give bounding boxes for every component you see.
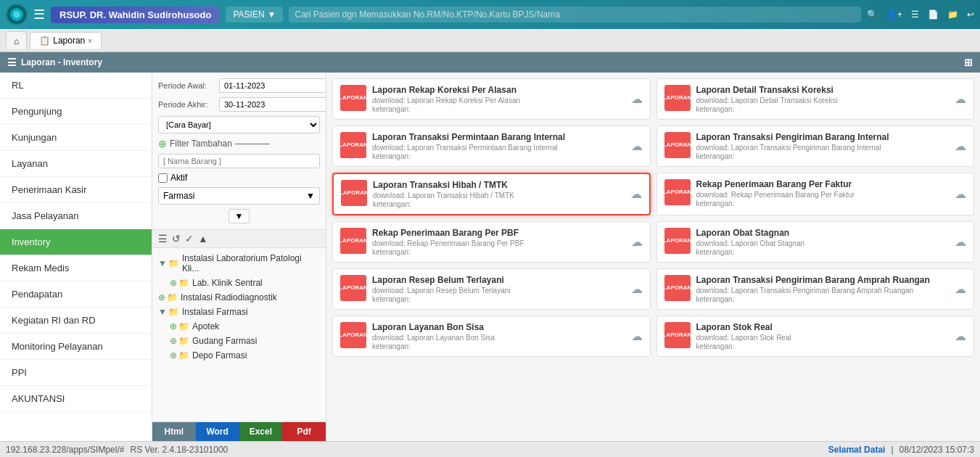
status-greeting: Selamat Datai — [828, 445, 886, 455]
laporan-doc-icon: 📋 — [39, 36, 50, 46]
top-bar-actions: 🔍 👤+ ☰ 📄 📁 ↩ — [867, 9, 974, 20]
sidebar-item-layanan[interactable]: Layanan — [0, 151, 152, 177]
tree-folder-icon: 📁 — [178, 350, 189, 361]
tree-collapse-icon[interactable]: ▼ — [158, 258, 167, 268]
sidebar-item-monitoring-pelayanan[interactable]: Monitoring Pelayanan — [0, 334, 152, 360]
sidebar-item-ppi[interactable]: PPI — [0, 360, 152, 386]
download-icon[interactable]: ☁ — [631, 282, 643, 296]
tree-item[interactable]: ⊕📁Apotek — [152, 319, 326, 334]
download-icon[interactable]: ☁ — [631, 329, 643, 343]
tree-item[interactable]: ⊕📁Depo Farmasi — [152, 348, 326, 363]
tree-toolbar: ☰ ↺ ✓ ▲ — [152, 230, 326, 248]
sidebar-item-pendapatan[interactable]: Pendapatan — [0, 281, 152, 308]
excel-button[interactable]: Excel — [239, 422, 283, 441]
download-icon[interactable]: ☁ — [955, 329, 966, 343]
bottom-buttons: Html Word Excel Pdf — [152, 421, 326, 441]
unit-dropdown[interactable]: Farmasi ▼ — [158, 187, 320, 205]
sidebar-item-kunjungan[interactable]: Kunjungan — [0, 125, 152, 151]
tree-check-icon[interactable]: ✓ — [185, 233, 194, 244]
report-card-keterangan: keterangan: — [696, 342, 950, 350]
list-icon[interactable]: ☰ — [911, 9, 919, 20]
word-button[interactable]: Word — [196, 422, 239, 441]
report-card-icon: LAPORAN — [664, 322, 691, 348]
sidebar-item-inventory[interactable]: Inventory — [0, 229, 152, 255]
search-icon[interactable]: 🔍 — [867, 9, 878, 20]
small-dropdown-btn[interactable]: ▼ — [228, 209, 250, 223]
tree-item[interactable]: ▼📁Instalasi Farmasi — [152, 305, 326, 319]
report-card-icon: LAPORAN — [340, 132, 366, 158]
sidebar-item-penerimaan-kasir[interactable]: Penerimaan Kasir — [0, 177, 152, 203]
tree-expand-icon[interactable]: ▲ — [198, 233, 208, 244]
report-card-laporan-stok-real[interactable]: LAPORAN Laporan Stok Real download: Lapo… — [656, 316, 975, 357]
document-icon[interactable]: 📄 — [928, 9, 939, 20]
logout-icon[interactable]: ↩ — [967, 9, 974, 20]
report-card-rekap-penerimaan-per-pbf[interactable]: LAPORAN Rekap Penerimaan Barang Per PBF … — [332, 221, 651, 263]
report-card-laporan-layanan-bon-sisa[interactable]: LAPORAN Laporan Layanan Bon Sisa downloa… — [332, 316, 651, 357]
download-icon[interactable]: ☁ — [955, 187, 966, 201]
report-card-laporan-transaksi-pengiriman-amprah[interactable]: LAPORAN Laporan Transaksi Pengiriman Bar… — [656, 268, 975, 310]
pasien-selector[interactable]: PASIEN ▼ — [226, 7, 283, 22]
periode-akhir-input[interactable] — [219, 97, 326, 112]
tab-close-icon[interactable]: × — [88, 37, 92, 45]
search-input[interactable] — [289, 7, 861, 22]
report-card-title: Laporan Transaksi Hibah / TMTK — [373, 180, 625, 190]
download-icon[interactable]: ☁ — [955, 139, 966, 153]
folder-icon[interactable]: 📁 — [947, 9, 958, 20]
tree-item[interactable]: ⊕📁Lab. Klinik Sentral — [152, 276, 326, 290]
report-card-laporan-resep-belum-terlayani[interactable]: LAPORAN Laporan Resep Belum Terlayani do… — [332, 268, 651, 310]
tree-collapse-icon[interactable]: ▼ — [158, 307, 167, 317]
download-icon[interactable]: ☁ — [955, 235, 966, 249]
tree-item[interactable]: ⊕📁Gudang Farmasi — [152, 334, 326, 348]
aktif-label: Aktif — [170, 173, 187, 183]
tree-add-icon[interactable]: ⊕ — [158, 292, 165, 302]
status-url: 192.168.23.228/apps/SIMpel/# — [6, 445, 124, 455]
sidebar-item-akuntansi[interactable]: AKUNTANSI — [0, 386, 152, 412]
report-card-rekap-penerimaan-per-faktur[interactable]: LAPORAN Rekap Penerimaan Barang Per Fakt… — [656, 173, 975, 215]
report-card-desc: download: Laporan Layanan Bon Sisa — [372, 334, 625, 342]
report-card-info: Laporan Rekap Koreksi Per Alasan downloa… — [372, 85, 625, 113]
report-card-keterangan: keterangan: — [372, 295, 625, 303]
aktif-checkbox[interactable] — [158, 173, 168, 183]
sidebar-item-rekam-medis[interactable]: Rekam Medis — [0, 255, 152, 281]
tree-list-icon[interactable]: ☰ — [158, 233, 168, 244]
tree-item[interactable]: ⊕📁Instalasi Radiodiagnostik — [152, 290, 326, 305]
laporan-tab[interactable]: 📋 Laporan × — [30, 32, 102, 49]
report-card-laporan-transaksi-permintaan[interactable]: LAPORAN Laporan Transaksi Permintaan Bar… — [332, 125, 651, 167]
sidebar-item-rl[interactable]: RL — [0, 73, 152, 99]
sidebar-item-jasa-pelayanan[interactable]: Jasa Pelayanan — [0, 203, 152, 229]
cara-bayar-select[interactable]: [Cara Bayar] — [158, 116, 320, 133]
add-user-icon[interactable]: 👤+ — [886, 9, 902, 20]
report-card-keterangan: keterangan: — [372, 152, 625, 160]
tree-add-icon[interactable]: ⊕ — [170, 350, 177, 361]
tree-add-icon[interactable]: ⊕ — [170, 336, 177, 346]
periode-akhir-row: Periode Akhir: 📅 — [158, 97, 320, 112]
download-icon[interactable]: ☁ — [630, 187, 642, 201]
report-card-info: Laporan Resep Belum Terlayani download: … — [372, 275, 625, 303]
report-card-laporan-transaksi-pengiriman[interactable]: LAPORAN Laporan Transaksi Pengiriman Bar… — [656, 125, 975, 167]
tree-item[interactable]: ▼📁Instalasi Laboratorium Patologi Kli... — [152, 251, 326, 276]
sidebar-item-kegiatan-ri-dan-rd[interactable]: Kegiatan RI dan RD — [0, 308, 152, 334]
download-icon[interactable]: ☁ — [631, 92, 643, 106]
download-icon[interactable]: ☁ — [955, 282, 966, 296]
tree-item-label: Gudang Farmasi — [192, 336, 257, 346]
home-tab[interactable]: ⌂ — [6, 31, 27, 49]
download-icon[interactable]: ☁ — [631, 139, 643, 153]
report-card-laporan-detail-transaksi-koreksi[interactable]: LAPORAN Laporan Detail Transaksi Koreksi… — [656, 78, 975, 120]
tree-add-icon[interactable]: ⊕ — [170, 321, 177, 332]
download-icon[interactable]: ☁ — [631, 235, 643, 249]
report-card-laporan-rekap-koreksi[interactable]: LAPORAN Laporan Rekap Koreksi Per Alasan… — [332, 78, 651, 120]
download-icon[interactable]: ☁ — [955, 92, 966, 106]
report-card-desc: download: Laporan Stok Real — [696, 334, 950, 342]
pdf-button[interactable]: Pdf — [282, 422, 326, 441]
tree-add-icon[interactable]: ⊕ — [170, 278, 177, 288]
tree-refresh-icon[interactable]: ↺ — [172, 233, 181, 244]
menu-toggle-icon[interactable]: ☰ — [33, 7, 45, 22]
sidebar-item-pengunjung[interactable]: Pengunjung — [0, 99, 152, 125]
nama-barang-input[interactable] — [158, 154, 320, 168]
section-expand-icon[interactable]: ⊞ — [964, 57, 973, 68]
report-card-title: Laporan Transaksi Pengiriman Barang Ampr… — [696, 275, 950, 285]
html-button[interactable]: Html — [152, 422, 196, 441]
report-card-laporan-transaksi-hibah[interactable]: LAPORAN Laporan Transaksi Hibah / TMTK d… — [332, 173, 651, 215]
report-card-laporan-obat-stagnan[interactable]: LAPORAN Laporan Obat Stagnan download: L… — [656, 221, 975, 263]
periode-awal-input[interactable] — [219, 78, 326, 93]
